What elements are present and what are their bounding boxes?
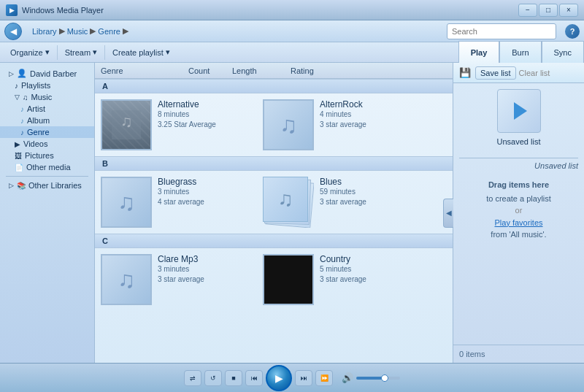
- search-input[interactable]: [447, 27, 556, 36]
- section-header-a: A: [95, 79, 453, 93]
- organize-button[interactable]: Organize ▾: [4, 45, 55, 61]
- sidebar-item-videos[interactable]: ▶ Videos: [0, 138, 94, 150]
- genre-rating-alternative: 3.25 Star Average: [158, 120, 254, 130]
- toolbar-sep-2: [104, 45, 105, 60]
- sidebar-item-artist[interactable]: ♪ Artist: [0, 103, 94, 115]
- sidebar-item-playlists[interactable]: ♪ Playlists: [0, 80, 94, 91]
- sidebar-label-pictures: Pictures: [25, 151, 54, 160]
- album-icon: ♪: [20, 117, 24, 125]
- genre-duration-bluegrass: 3 minutes: [158, 187, 254, 197]
- unsaved-label-2: Unsaved list: [453, 158, 584, 173]
- genre-grid-c: ♫ Clare Mp3 3 minutes 3 star average Cou…: [95, 248, 453, 311]
- help-button[interactable]: ?: [565, 24, 580, 39]
- tab-sync[interactable]: Sync: [542, 41, 584, 63]
- videos-icon: ▶: [15, 140, 20, 148]
- create-playlist-button[interactable]: Create playlist ▾: [107, 45, 176, 61]
- music-icon-playlists: ♪: [15, 82, 18, 90]
- save-icon: 💾: [459, 67, 471, 78]
- maximize-button[interactable]: □: [539, 4, 558, 17]
- minimize-button[interactable]: −: [518, 4, 537, 17]
- sidebar-label-david-barber: David Barber: [30, 69, 77, 78]
- genre-name-blues: Blues: [320, 177, 416, 187]
- genre-info-blues: Blues 59 minutes 3 star average: [320, 177, 416, 207]
- sidebar-item-other-media[interactable]: 📄 Other media: [0, 161, 94, 173]
- sidebar-item-album[interactable]: ♪ Album: [0, 115, 94, 126]
- genre-thumb-blues: ♫: [263, 177, 314, 228]
- bottom-bar: ⇌ ↺ ■ ⏮ ▶ ⏭ ⏩ 🔊: [0, 363, 584, 392]
- genre-grid-b: ♫ Bluegrass 3 minutes 4 star average ♫: [95, 171, 453, 234]
- col-header-genre[interactable]: Genre: [101, 66, 188, 75]
- genre-item-bluegrass[interactable]: ♫ Bluegrass 3 minutes 4 star average: [101, 177, 254, 228]
- tab-burn[interactable]: Burn: [499, 41, 541, 63]
- sidebar-item-other-libraries[interactable]: ▷ 📚 Other Libraries: [0, 180, 94, 191]
- genre-name-country: Country: [320, 254, 416, 264]
- volume-control[interactable]: 🔊: [342, 372, 400, 383]
- genre-thumb-alternrock: ♫: [263, 99, 314, 150]
- nav-bar: ◀ Library ▶ Music ▶ Genre ▶ 🔍 ▾ ?: [0, 20, 584, 42]
- genre-rating-alternrock: 3 star average: [320, 120, 416, 130]
- genre-rating-country: 3 star average: [320, 274, 416, 285]
- drag-hint-area: Drag items here to create a playlist or …: [453, 173, 584, 247]
- prev-button[interactable]: ⏮: [245, 370, 263, 386]
- sidebar-item-music[interactable]: ▽ ♫ Music: [0, 91, 94, 103]
- expand-icon: ▷: [9, 70, 14, 77]
- title-bar: ▶ Windows Media Player − □ ×: [0, 0, 584, 20]
- shuffle-button[interactable]: ⇌: [184, 370, 201, 386]
- clear-list-button[interactable]: Clear list: [519, 69, 550, 77]
- genre-thumb-claremp3: ♫: [101, 254, 152, 305]
- genre-name-bluegrass: Bluegrass: [158, 177, 254, 187]
- collapse-panel-button[interactable]: ◀: [443, 199, 453, 228]
- genre-item-country[interactable]: Country 5 minutes 3 star average: [263, 254, 416, 305]
- sidebar-section-library: ▷ 👤 David Barber ♪ Playlists ▽ ♫ Music ♪…: [0, 66, 94, 193]
- toolbar-sep-1: [57, 45, 58, 60]
- stop-button[interactable]: ■: [225, 370, 242, 386]
- genre-grid-a: ♫ Alternative 8 minutes 3.25 Star Averag…: [95, 93, 453, 156]
- breadcrumb-genre[interactable]: Genre: [98, 27, 120, 36]
- genre-info-bluegrass: Bluegrass 3 minutes 4 star average: [158, 177, 254, 207]
- save-list-button[interactable]: Save list: [475, 66, 516, 80]
- genre-icon: ♪: [20, 128, 24, 137]
- sidebar-label-other-libraries: Other Libraries: [28, 181, 82, 190]
- user-icon: 👤: [17, 69, 27, 78]
- main-area: ▷ 👤 David Barber ♪ Playlists ▽ ♫ Music ♪…: [0, 63, 584, 363]
- genre-thumb-bluegrass: ♫: [101, 177, 152, 228]
- window-controls[interactable]: − □ ×: [518, 4, 578, 17]
- genre-thumb-alternative: ♫: [101, 99, 152, 150]
- artist-icon: ♪: [20, 105, 24, 113]
- play-button[interactable]: ▶: [266, 365, 292, 391]
- back-button[interactable]: ◀: [4, 23, 22, 40]
- drag-or-label: or: [515, 206, 523, 215]
- search-area[interactable]: 🔍 ▾: [447, 23, 556, 39]
- fast-forward-button[interactable]: ⏩: [315, 370, 333, 386]
- genre-rating-blues: 3 star average: [320, 197, 416, 207]
- sidebar-item-david-barber[interactable]: ▷ 👤 David Barber: [0, 67, 94, 80]
- genre-item-claremp3[interactable]: ♫ Clare Mp3 3 minutes 3 star average: [101, 254, 254, 305]
- sidebar-item-pictures[interactable]: 🖼 Pictures: [0, 150, 94, 161]
- app-icon: ▶: [6, 4, 18, 16]
- tab-play[interactable]: Play: [458, 41, 500, 63]
- close-button[interactable]: ×: [559, 4, 578, 17]
- sidebar-label-videos: Videos: [23, 139, 47, 148]
- stream-button[interactable]: Stream ▾: [59, 45, 103, 61]
- expand-music-icon: ▽: [15, 93, 20, 101]
- col-header-rating[interactable]: Rating: [291, 66, 349, 75]
- play-favorites-link[interactable]: Play favorites: [494, 218, 542, 227]
- next-button[interactable]: ⏭: [295, 370, 312, 386]
- genre-item-alternrock[interactable]: ♫ AlternRock 4 minutes 3 star average: [263, 99, 416, 150]
- genre-info-claremp3: Clare Mp3 3 minutes 3 star average: [158, 254, 254, 285]
- breadcrumb-music[interactable]: Music: [67, 27, 88, 36]
- other-media-icon: 📄: [15, 164, 23, 172]
- volume-slider[interactable]: [356, 377, 400, 380]
- sidebar-label-album: Album: [27, 116, 50, 125]
- col-header-count[interactable]: Count: [188, 66, 232, 75]
- genre-duration-alternrock: 4 minutes: [320, 109, 416, 120]
- breadcrumb-library[interactable]: Library: [32, 27, 57, 36]
- sidebar-item-genre[interactable]: ♪ Genre: [0, 126, 94, 138]
- col-header-length[interactable]: Length: [232, 66, 291, 75]
- genre-item-blues[interactable]: ♫ Blues 59 minutes 3 star average: [263, 177, 416, 228]
- genre-item-alternative[interactable]: ♫ Alternative 8 minutes 3.25 Star Averag…: [101, 99, 254, 150]
- repeat-button[interactable]: ↺: [204, 370, 222, 386]
- genre-info-alternative: Alternative 8 minutes 3.25 Star Average: [158, 99, 254, 130]
- right-panel: ◀ 💾 Save list Clear list Unsaved list Un…: [453, 63, 584, 363]
- genre-duration-claremp3: 3 minutes: [158, 264, 254, 274]
